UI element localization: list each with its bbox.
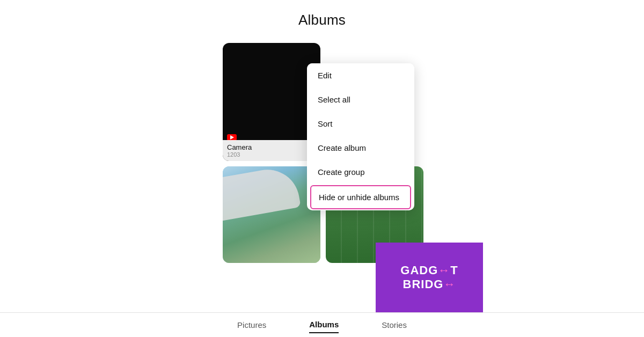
menu-item-sort[interactable]: Sort <box>307 112 414 136</box>
gadget-bridge-watermark: GADG↔TBRIDG↔ <box>376 243 483 312</box>
context-menu: Edit Select all Sort Create album Create… <box>307 63 414 210</box>
nav-item-stories[interactable]: Stories <box>382 317 407 333</box>
album-count: 1203 <box>227 151 316 158</box>
gadget-bridge-text: GADG↔TBRIDG↔ <box>400 263 458 292</box>
menu-item-hide-unhide[interactable]: Hide or unhide albums <box>310 185 411 209</box>
menu-item-select-all[interactable]: Select all <box>307 87 414 112</box>
menu-item-edit[interactable]: Edit <box>307 63 414 87</box>
menu-item-create-group[interactable]: Create group <box>307 160 414 184</box>
nav-item-albums[interactable]: Albums <box>309 317 339 333</box>
album-label-camera: Camera 1203 <box>223 140 320 161</box>
album-card-airplane[interactable] <box>223 166 320 263</box>
menu-item-create-album[interactable]: Create album <box>307 136 414 160</box>
album-card-camera[interactable]: Camera 1203 <box>223 43 320 161</box>
album-name: Camera <box>227 143 316 151</box>
bottom-nav: Pictures Albums Stories <box>0 312 644 337</box>
page-title: Albums <box>0 0 644 28</box>
nav-item-pictures[interactable]: Pictures <box>237 317 266 333</box>
